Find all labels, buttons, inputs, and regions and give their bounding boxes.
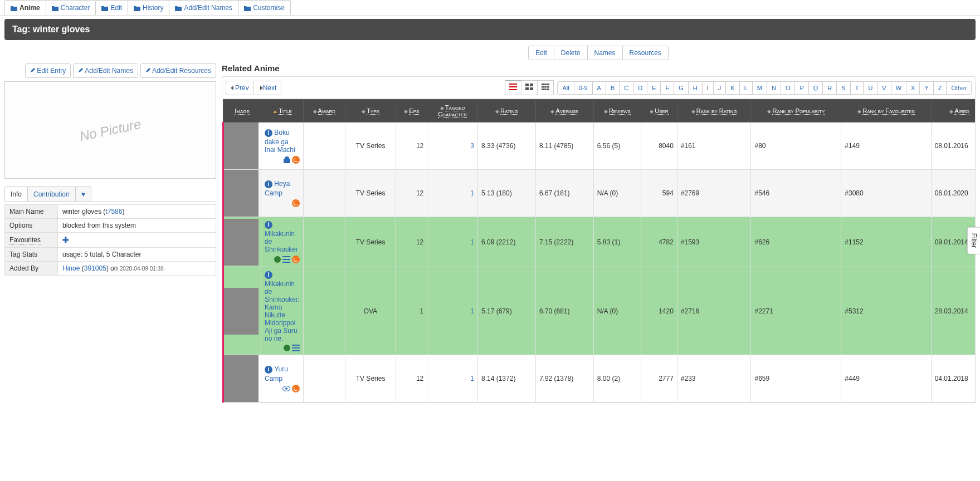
filter-letter-a[interactable]: A — [592, 81, 606, 95]
user-id-link[interactable]: 391005 — [84, 264, 106, 272]
info-icon[interactable]: i — [265, 221, 272, 229]
tagged-link[interactable]: 1 — [470, 375, 474, 382]
user-link[interactable]: Hinoe — [62, 264, 80, 272]
info-tab-info[interactable]: Info — [4, 186, 28, 202]
nav-tab-add-edit-names[interactable]: Add/Edit Names — [169, 0, 238, 15]
info-icon[interactable]: i — [265, 129, 272, 137]
anime-title-link[interactable]: Mikakunin de Shinkoukei — [265, 230, 298, 253]
tagged-link[interactable]: 1 — [470, 307, 474, 315]
col-rank-by-rating[interactable]: ◆Rank by Rating — [677, 100, 751, 122]
col-type[interactable]: ◆Type — [345, 100, 396, 122]
nav-tab-edit[interactable]: Edit — [95, 0, 128, 15]
filter-letter-z[interactable]: Z — [933, 81, 947, 95]
list-view-button[interactable] — [505, 80, 521, 95]
col-image[interactable]: Image — [223, 100, 261, 122]
filter-letter-y[interactable]: Y — [919, 81, 933, 95]
add-edit-names-button[interactable]: Add/Edit Names — [73, 63, 138, 78]
filter-letter-n[interactable]: N — [767, 81, 781, 95]
filter-letter-x[interactable]: X — [906, 81, 920, 95]
anime-thumbnail[interactable] — [223, 122, 261, 170]
filter-letter-i[interactable]: I — [702, 81, 714, 95]
cell-reviews: N/A (0) — [593, 267, 641, 355]
filter-letter-d[interactable]: D — [633, 81, 647, 95]
info-icon[interactable]: i — [265, 271, 272, 279]
tagged-link[interactable]: 3 — [470, 142, 474, 150]
anime-thumbnail[interactable] — [223, 355, 261, 403]
names-button[interactable]: Names — [587, 46, 623, 60]
anime-thumbnail[interactable] — [223, 267, 261, 355]
crunchyroll-icon[interactable] — [292, 385, 300, 392]
grid-large-icon — [525, 84, 533, 90]
edit-button[interactable]: Edit — [528, 46, 554, 60]
filter-letter-q[interactable]: Q — [808, 81, 823, 95]
menu-icon[interactable] — [292, 345, 300, 351]
filter-letter-p[interactable]: P — [794, 81, 808, 95]
gift-icon[interactable] — [284, 156, 290, 163]
tagged-link[interactable]: 1 — [470, 238, 474, 246]
tag-id-link[interactable]: t7586 — [105, 208, 122, 215]
add-favourite-button[interactable]: ✚ — [62, 235, 69, 244]
col-user[interactable]: ◆User — [641, 100, 677, 122]
cell-avg: 7.15 (2222) — [535, 217, 593, 267]
filter-letter-s[interactable]: S — [836, 81, 850, 95]
crunchyroll-icon[interactable] — [292, 256, 300, 263]
cell-reviews: 8.00 (2) — [593, 355, 641, 403]
filter-toggle-tab[interactable]: Filter — [967, 227, 980, 254]
anime-thumbnail[interactable] — [223, 170, 261, 217]
filter-letter-c[interactable]: C — [619, 81, 633, 95]
nav-tab-character[interactable]: Character — [46, 0, 96, 15]
col-reviews[interactable]: ◆Reviews — [593, 100, 641, 122]
filter-letter-other[interactable]: Other — [946, 81, 972, 95]
grid-large-button[interactable] — [521, 80, 538, 95]
nav-tab-customise[interactable]: Customise — [238, 0, 291, 15]
col-tagged-character[interactable]: ◆TaggedCharacter — [427, 100, 478, 122]
filter-letter-w[interactable]: W — [891, 81, 906, 95]
nav-tab-history[interactable]: History — [128, 0, 169, 15]
filter-letter-f[interactable]: F — [660, 81, 674, 95]
delete-button[interactable]: Delete — [554, 46, 588, 60]
info-icon[interactable]: i — [265, 366, 272, 374]
favourite-tab[interactable]: ♥ — [75, 186, 91, 202]
svg-rect-6 — [530, 87, 533, 90]
info-tab-contribution[interactable]: Contribution — [27, 186, 76, 202]
filter-letter-k[interactable]: K — [725, 81, 739, 95]
filter-letter-v[interactable]: V — [877, 81, 891, 95]
col-title[interactable]: ▲Title — [261, 100, 304, 122]
info-row: Added ByHinoe (391005) on 2020-04-09 01:… — [5, 262, 216, 276]
filter-letter-e[interactable]: E — [647, 81, 661, 95]
grid-small-button[interactable] — [537, 80, 554, 95]
tagged-link[interactable]: 1 — [470, 189, 474, 197]
prev-button[interactable]: Prev — [226, 81, 254, 95]
filter-letter-h[interactable]: H — [688, 81, 703, 95]
anime-table-scroll[interactable]: Image▲Title◆Award◆Type◆Eps◆TaggedCharact… — [222, 99, 976, 403]
filter-letter-r[interactable]: R — [822, 81, 837, 95]
filter-letter-o[interactable]: O — [781, 81, 796, 95]
filter-letter-m[interactable]: M — [752, 81, 767, 95]
filter-letter-t[interactable]: T — [850, 81, 864, 95]
add-edit-resources-button[interactable]: Add/Edit Resources — [140, 63, 216, 78]
col-rank-by-favourites[interactable]: ◆Rank by Favourites — [841, 100, 931, 122]
filter-letter-all[interactable]: All — [557, 81, 574, 95]
edit-entry-button[interactable]: Edit Entry — [25, 63, 71, 78]
anime-thumbnail[interactable] — [223, 217, 261, 267]
nav-tab-anime[interactable]: Anime — [4, 0, 46, 15]
col-average[interactable]: ◆Average — [535, 100, 593, 122]
info-icon[interactable]: i — [265, 180, 272, 188]
filter-letter-l[interactable]: L — [739, 81, 753, 95]
filter-letter-u[interactable]: U — [863, 81, 877, 95]
crunchyroll-icon[interactable] — [292, 156, 300, 164]
col-eps[interactable]: ◆Eps — [396, 100, 427, 122]
col-aired[interactable]: ◆Aired — [931, 100, 976, 122]
filter-letter-j[interactable]: J — [713, 81, 727, 95]
crunchyroll-icon[interactable] — [292, 199, 300, 207]
anime-title-link[interactable]: Mikakunin de Shinkoukei: Kamo Nikutte Mi… — [265, 280, 299, 342]
col-award[interactable]: ◆Award — [304, 100, 345, 122]
filter-letter-0-9[interactable]: 0-9 — [574, 81, 593, 95]
col-rank-by-popularity[interactable]: ◆Rank by Popularity — [751, 100, 841, 122]
resources-button[interactable]: Resources — [622, 46, 669, 60]
col-rating[interactable]: ◆Rating — [478, 100, 536, 122]
filter-letter-b[interactable]: B — [606, 81, 620, 95]
next-button[interactable]: Next — [253, 81, 282, 95]
menu-icon[interactable] — [282, 256, 290, 263]
filter-letter-g[interactable]: G — [674, 81, 689, 95]
